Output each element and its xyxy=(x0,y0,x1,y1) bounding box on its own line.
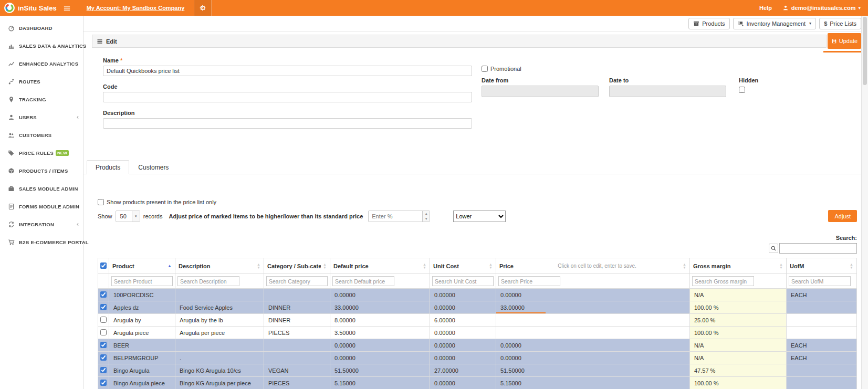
sidebar-item-customers[interactable]: CUSTOMERS xyxy=(0,126,83,144)
brand[interactable]: inSitu Sales xyxy=(0,3,57,13)
sidebar-item-forms-module-admin[interactable]: FORMS MODULE ADMIN xyxy=(0,197,83,215)
step-up-icon[interactable]: ▲ xyxy=(423,211,430,216)
hidden-checkbox[interactable] xyxy=(739,87,745,93)
filter-cell xyxy=(98,274,109,289)
default-price-cell: 5.15000 xyxy=(330,377,430,389)
filter-input-gross-margin[interactable] xyxy=(692,276,754,286)
filter-input-category-sub-category[interactable] xyxy=(266,276,328,286)
filter-input-description[interactable] xyxy=(177,276,239,286)
sidebar-item-price-rules[interactable]: PRICE RULES NEW xyxy=(0,144,83,162)
price-cell[interactable]: 0.00000 xyxy=(496,352,690,364)
column-header-description[interactable]: Description▲▼ xyxy=(175,258,264,274)
step-down-icon[interactable]: ▼ xyxy=(423,216,430,222)
sidebar-item-routes[interactable]: ROUTES xyxy=(0,72,83,90)
direction-select[interactable]: Lower xyxy=(453,211,506,222)
category-cell: DINNER xyxy=(264,314,330,327)
column-header-default-price[interactable]: Default price▲▼ xyxy=(330,258,430,274)
promotional-checkbox[interactable] xyxy=(482,66,488,72)
description-input[interactable] xyxy=(103,118,472,129)
products-toolbar-button[interactable]: Products xyxy=(688,18,729,29)
product-cell: BEER xyxy=(109,339,175,352)
sidebar-item-integration[interactable]: INTEGRATION ‹ xyxy=(0,215,83,233)
price-lists-button[interactable]: $ Price Lists xyxy=(819,18,861,29)
help-link[interactable]: Help xyxy=(759,5,772,11)
account-link[interactable]: My Account: My Sandbox Company xyxy=(87,5,185,11)
column-header-uofm[interactable]: UofM▲▼ xyxy=(787,258,857,274)
filter-input-price[interactable] xyxy=(498,276,560,286)
price-cell[interactable]: 0.00000 xyxy=(496,289,690,301)
sort-icon: ▲▼ xyxy=(848,263,853,269)
price-cell[interactable] xyxy=(496,327,690,339)
vertical-scrollbar[interactable] xyxy=(861,16,868,389)
row-checkbox[interactable] xyxy=(100,367,107,373)
adjust-button[interactable]: Adjust xyxy=(828,210,857,222)
select-all-checkbox[interactable] xyxy=(100,262,107,269)
column-header-product[interactable]: Product▲ xyxy=(109,258,175,274)
row-select-cell xyxy=(98,301,109,314)
filter-input-product[interactable] xyxy=(111,276,173,286)
page-size-select[interactable]: 50 ▾ xyxy=(116,211,140,222)
show-present-checkbox[interactable] xyxy=(98,199,104,205)
search-input[interactable] xyxy=(779,243,857,254)
column-header-unit-cost[interactable]: Unit Cost▲▼ xyxy=(430,258,496,274)
row-checkbox[interactable] xyxy=(100,380,107,386)
date-to-input[interactable] xyxy=(609,86,726,97)
code-input[interactable] xyxy=(103,92,472,102)
percent-input[interactable] xyxy=(369,211,422,222)
row-checkbox[interactable] xyxy=(100,342,107,348)
table-body: 100PORCDISC0.000000.000000.00000N/AEACHA… xyxy=(98,289,857,389)
sort-icon: ▲ xyxy=(165,265,172,268)
description-cell xyxy=(175,289,264,301)
edit-title: Edit xyxy=(106,38,117,45)
user-menu[interactable]: demo@insitusales.com ▾ xyxy=(782,5,861,11)
sync-icon xyxy=(7,221,15,228)
row-checkbox[interactable] xyxy=(100,291,107,298)
row-checkbox[interactable] xyxy=(100,304,107,310)
row-checkbox[interactable] xyxy=(100,329,107,335)
sidebar-item-sales-data-analytics[interactable]: SALES DATA & ANALYTICS xyxy=(0,37,83,55)
column-header-price[interactable]: PriceClick on cell to edit, enter to sav… xyxy=(496,258,690,274)
sidebar-item-sales-module-admin[interactable]: SALES MODULE ADMIN xyxy=(0,180,83,197)
row-checkbox[interactable] xyxy=(100,317,107,323)
code-field-group: Code xyxy=(103,83,472,102)
price-cell[interactable]: 5.15000 xyxy=(496,377,690,389)
update-button[interactable]: Update xyxy=(828,33,861,49)
filter-input-uofm[interactable] xyxy=(789,276,851,286)
products-toolbar-label: Products xyxy=(702,20,725,27)
search-button[interactable] xyxy=(769,244,778,253)
name-input[interactable] xyxy=(103,66,472,76)
settings-gear-icon[interactable] xyxy=(194,0,212,16)
sidebar-item-products-items[interactable]: PRODUCTS / ITEMS xyxy=(0,162,83,180)
column-header-category-sub-category[interactable]: Category / Sub-category▲▼ xyxy=(264,258,330,274)
tab-products[interactable]: Products xyxy=(87,160,129,174)
sidebar-item-b2b-ecommerce-portal[interactable]: B2B E-COMMERCE PORTAL xyxy=(0,233,83,251)
default-price-cell: 51.50000 xyxy=(330,364,430,377)
row-checkbox[interactable] xyxy=(100,354,107,361)
inventory-management-button[interactable]: Inventory Management ▾ xyxy=(733,18,817,29)
date-from-input[interactable] xyxy=(482,86,599,97)
cube-icon xyxy=(7,167,15,174)
tab-customers[interactable]: Customers xyxy=(129,160,177,174)
price-cell[interactable]: 0.00000 xyxy=(496,339,690,352)
bar-chart-icon xyxy=(7,43,15,49)
promotional-field: Promotional xyxy=(482,66,868,72)
description-cell: Bingo KG Arugula per piece xyxy=(175,377,264,389)
table-row: Apples dzFood Service ApplesDINNER33.000… xyxy=(98,301,857,314)
filter-input-default-price[interactable] xyxy=(332,276,394,286)
adjust-instruction: Adjust price of marked items to be highe… xyxy=(169,213,363,219)
sidebar-item-enhanced-analytics[interactable]: ENHANCED ANALYTICS xyxy=(0,55,83,72)
column-header-gross-margin[interactable]: Gross margin▲▼ xyxy=(690,258,787,274)
sidebar-item-tracking[interactable]: TRACKING xyxy=(0,90,83,108)
sidebar-item-users[interactable]: USERS ‹ xyxy=(0,108,83,126)
unit-cost-cell: 0.00000 xyxy=(430,289,496,301)
sidebar-item-dashboard[interactable]: DASHBOARD xyxy=(0,19,83,37)
filter-cell xyxy=(264,274,330,289)
price-cell[interactable]: 33.00000 xyxy=(496,301,690,314)
menu-toggle-icon[interactable] xyxy=(63,4,71,12)
stepper-arrows[interactable]: ▲▼ xyxy=(422,211,430,222)
scrollbar-thumb[interactable] xyxy=(863,17,867,85)
price-cell[interactable]: 51.50000 xyxy=(496,364,690,377)
table-controls: Show 50 ▾ records Adjust price of marked… xyxy=(98,210,857,222)
price-cell[interactable] xyxy=(496,314,690,327)
filter-input-unit-cost[interactable] xyxy=(432,276,494,286)
